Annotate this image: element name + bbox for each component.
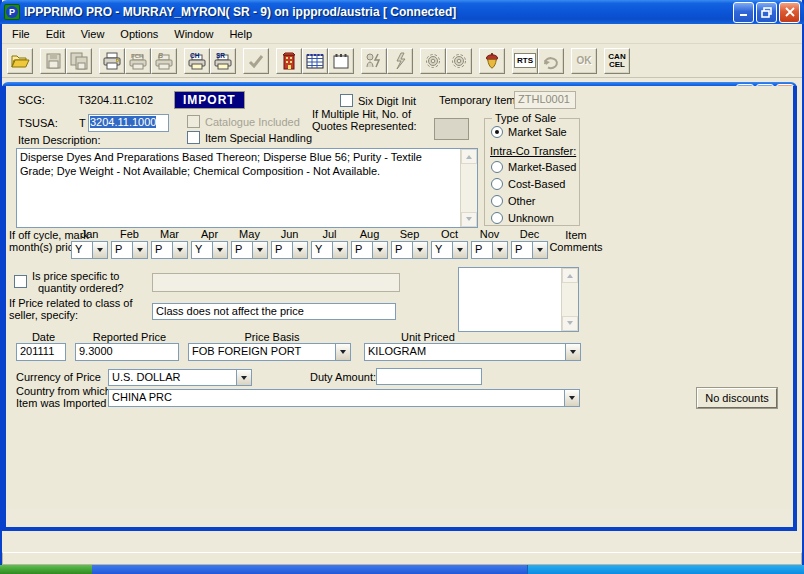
date-field[interactable]: 201111 [16, 343, 66, 361]
price-basis-select[interactable]: FOB FOREIGN PORT [188, 343, 351, 361]
market-based-radio[interactable] [491, 161, 503, 173]
item-comments-label-line2: Comments [546, 241, 606, 253]
rts-button[interactable]: RTS [512, 48, 538, 74]
other-radio[interactable] [491, 195, 503, 207]
dropdown-arrow-icon[interactable] [372, 242, 387, 258]
mdi-area: B001475 - Quote 01 - CLASSIC DYESTUFFS I… [2, 78, 802, 552]
cost-based-radio-row[interactable]: Cost-Based [491, 178, 565, 190]
minimize-button[interactable] [733, 2, 754, 23]
dropdown-arrow-icon[interactable] [532, 242, 547, 258]
market-based-radio-row[interactable]: Market-Based [491, 161, 576, 173]
scroll-down-button[interactable] [562, 316, 578, 331]
cost-based-radio[interactable] [491, 178, 503, 190]
market-sale-radio-row[interactable]: Market Sale [491, 126, 567, 138]
no-discounts-button[interactable]: No discounts [697, 388, 777, 408]
menu-options[interactable]: Options [114, 26, 164, 42]
month-select-oct[interactable]: Y [431, 241, 468, 259]
month-select-jul[interactable]: Y [311, 241, 348, 259]
month-label-mar: Mar [151, 228, 188, 240]
redo-arrow-icon [541, 51, 561, 71]
scroll-up-button[interactable] [461, 149, 477, 164]
item-description-scrollbar[interactable] [460, 149, 477, 227]
month-select-jan[interactable]: Y [71, 241, 108, 259]
toolbar: FCH B CH SR RTS OK CANCEL [2, 44, 802, 78]
dropdown-arrow-icon[interactable] [132, 242, 147, 258]
dropdown-arrow-icon[interactable] [564, 390, 579, 406]
item-comments-scrollbar[interactable] [561, 268, 578, 331]
price-basis-label: Price Basis [191, 331, 353, 343]
close-button[interactable] [779, 2, 800, 23]
qty-specific-field [152, 273, 400, 292]
tsusa-prefix: T [79, 117, 86, 129]
month-select-feb[interactable]: P [111, 241, 148, 259]
open-folder-icon [10, 51, 30, 71]
dropdown-arrow-icon[interactable] [172, 242, 187, 258]
menu-edit[interactable]: Edit [40, 26, 71, 42]
dropdown-arrow-icon[interactable] [252, 242, 267, 258]
unit-priced-select[interactable]: KILOGRAM [364, 343, 581, 361]
dropdown-arrow-icon[interactable] [292, 242, 307, 258]
qty-specific-checkbox[interactable] [14, 275, 27, 288]
month-select-may[interactable]: P [231, 241, 268, 259]
reported-price-field[interactable]: 9.3000 [75, 343, 179, 361]
unknown-radio-row[interactable]: Unknown [491, 212, 554, 224]
temporary-item-field[interactable]: ZTHL0001 [514, 91, 576, 109]
month-select-aug[interactable]: P [351, 241, 388, 259]
print-button[interactable] [99, 48, 125, 74]
menu-view[interactable]: View [75, 26, 111, 42]
home-button[interactable] [276, 48, 302, 74]
grid-button[interactable] [302, 48, 328, 74]
open-button[interactable] [7, 48, 33, 74]
month-select-apr[interactable]: Y [191, 241, 228, 259]
month-label-dec: Dec [511, 228, 548, 240]
restore-button[interactable] [756, 2, 777, 23]
scroll-down-button[interactable] [461, 212, 477, 227]
other-label: Other [508, 195, 536, 207]
app-icon: P [4, 4, 20, 20]
unknown-label: Unknown [508, 212, 554, 224]
month-select-dec[interactable]: P [511, 241, 548, 259]
dropdown-arrow-icon[interactable] [236, 370, 251, 385]
print-sr-button[interactable]: SR [210, 48, 236, 74]
market-sale-radio[interactable] [491, 126, 503, 138]
import-badge: IMPORT [174, 91, 245, 109]
six-digit-init-checkbox[interactable] [340, 94, 353, 107]
scroll-up-button[interactable] [562, 268, 578, 283]
menu-window[interactable]: Window [168, 26, 219, 42]
dropdown-arrow-icon[interactable] [332, 242, 347, 258]
month-select-mar[interactable]: P [151, 241, 188, 259]
calendar-button[interactable] [328, 48, 354, 74]
tsusa-field[interactable]: 3204.11.1000 [88, 114, 169, 132]
cancel-button[interactable]: CANCEL [604, 48, 630, 74]
duty-amount-label: Duty Amount: [310, 371, 376, 383]
month-select-nov[interactable]: P [471, 241, 508, 259]
print-ch-button[interactable]: CH [184, 48, 210, 74]
find-gear-button [420, 48, 446, 74]
acorn-button[interactable] [479, 48, 505, 74]
dropdown-arrow-icon[interactable] [212, 242, 227, 258]
duty-amount-field[interactable] [376, 368, 482, 385]
month-label-jan: Jan [71, 228, 108, 240]
unknown-radio[interactable] [491, 212, 503, 224]
gear-button [446, 48, 472, 74]
country-select[interactable]: CHINA PRC [108, 389, 580, 407]
currency-select[interactable]: U.S. DOLLAR [108, 369, 252, 386]
other-radio-row[interactable]: Other [491, 195, 536, 207]
month-select-jun[interactable]: P [271, 241, 308, 259]
dropdown-arrow-icon[interactable] [565, 344, 580, 360]
month-select-sep[interactable]: P [391, 241, 428, 259]
dropdown-arrow-icon[interactable] [335, 344, 350, 360]
dropdown-arrow-icon[interactable] [492, 242, 507, 258]
item-comments-textarea[interactable] [458, 267, 579, 332]
dropdown-arrow-icon[interactable] [92, 242, 107, 258]
menu-help[interactable]: Help [223, 26, 258, 42]
item-description-textarea[interactable]: Disperse Dyes And Preparations Based The… [16, 148, 478, 228]
catalogue-included-label: Catalogue Included [205, 116, 300, 128]
menu-file[interactable]: File [6, 26, 36, 42]
acorn-icon [482, 51, 502, 71]
dropdown-arrow-icon[interactable] [452, 242, 467, 258]
dropdown-arrow-icon[interactable] [412, 242, 427, 258]
item-special-handling-checkbox[interactable] [187, 131, 200, 144]
start-button-sliver[interactable] [0, 565, 92, 574]
seller-class-field[interactable]: Class does not affect the price [152, 303, 396, 320]
